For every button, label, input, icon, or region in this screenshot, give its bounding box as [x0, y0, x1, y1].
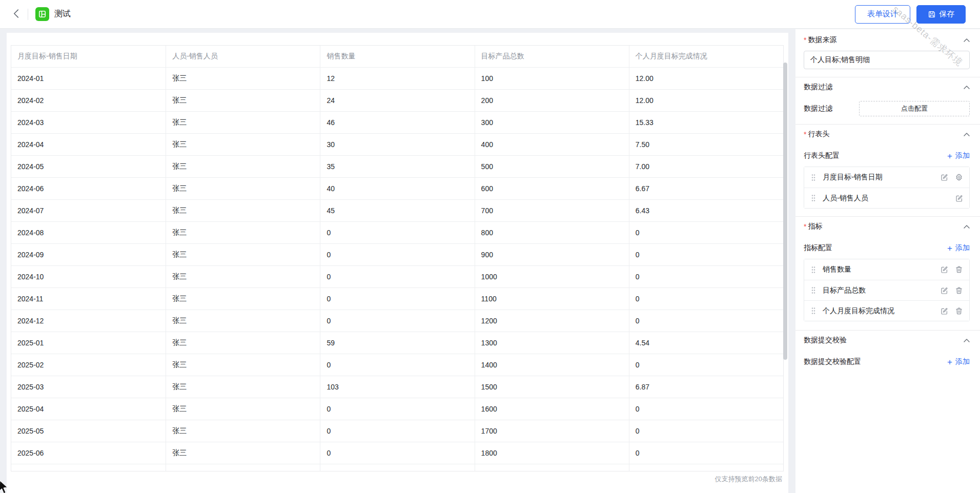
collapse-data-filter[interactable]: [964, 86, 970, 89]
table-cell: 2024-08: [11, 222, 166, 243]
section-title: 数据过滤: [804, 83, 832, 92]
table-cell: 张三: [166, 310, 320, 332]
validation-config-label: 数据提交校验配置: [804, 357, 861, 366]
table-cell: 400: [475, 134, 629, 155]
section-data-filter-header: 数据过滤: [804, 81, 970, 93]
topbar-actions: 表单设计 保存: [855, 5, 980, 24]
drag-handle-icon[interactable]: [811, 174, 815, 181]
form-design-button[interactable]: 表单设计: [855, 5, 910, 24]
metrics-config-row: 指标配置 + 添加: [804, 242, 970, 254]
table-cell: 103: [320, 376, 474, 398]
table-cell: 0: [629, 266, 783, 287]
item-actions: [955, 194, 963, 202]
trash-icon[interactable]: [955, 286, 963, 295]
table-cell: 1300: [475, 332, 629, 354]
table-cell: 2025-06: [11, 442, 166, 464]
table-cell: 张三: [166, 134, 320, 155]
table-cell: 张三: [166, 332, 320, 354]
item-actions: [940, 286, 963, 295]
table-cell: 800: [475, 222, 629, 243]
back-button[interactable]: [7, 6, 25, 23]
panel-divider: [795, 216, 980, 217]
section-title: 行表头: [808, 130, 829, 139]
item-actions: [940, 307, 963, 315]
table-row: 2024-12张三012000: [11, 310, 783, 332]
table-cell: 900: [475, 244, 629, 265]
table-row: 2025-01张三5913004.54: [11, 332, 783, 354]
table-cell: 0: [320, 288, 474, 310]
table-cell: 2024-11: [11, 288, 166, 310]
table-cell: 张三: [166, 288, 320, 310]
table-cell: 1200: [475, 310, 629, 332]
table-cell: 2024-02: [11, 90, 166, 111]
table-cell: 1500: [475, 376, 629, 398]
collapse-validation[interactable]: [964, 339, 970, 342]
panel-divider: [795, 124, 980, 125]
table-cell: 2024-10: [11, 266, 166, 287]
section-validation-header: 数据提交校验: [804, 335, 970, 346]
table-partial-row: [11, 464, 783, 471]
gear-icon[interactable]: [955, 173, 963, 181]
plus-icon: +: [947, 244, 952, 253]
table-row: 2024-10张三010000: [11, 265, 783, 287]
edit-icon[interactable]: [955, 194, 963, 202]
table-cell: 张三: [166, 398, 320, 420]
table-cell: 300: [475, 112, 629, 133]
configure-filter-button[interactable]: 点击配置: [859, 101, 970, 116]
table-cell: 700: [475, 200, 629, 221]
table-cell: 6.87: [629, 376, 783, 398]
panel-divider: [795, 77, 980, 77]
data-source-input[interactable]: 个人目标;销售明细: [804, 51, 970, 69]
table-cell: 6.43: [629, 200, 783, 221]
table-cell: 2024-01: [11, 68, 166, 89]
table-cell: 0: [629, 310, 783, 332]
chevron-left-icon: [13, 9, 19, 19]
table-row: 2025-02张三014000: [11, 354, 783, 376]
drag-handle-icon[interactable]: [811, 286, 815, 294]
table-row: 2024-03张三4630015.33: [11, 111, 783, 133]
config-panel: * 数据来源 个人目标;销售明细 数据过滤 数据过滤 点击配置 * 行表头: [795, 29, 980, 493]
trash-icon[interactable]: [955, 307, 963, 315]
save-button[interactable]: 保存: [916, 5, 966, 24]
section-data-source-header: * 数据来源: [804, 34, 970, 46]
add-validation-button[interactable]: + 添加: [947, 357, 970, 366]
table-cell: 2025-03: [11, 376, 166, 398]
metric-item: 销售数量: [804, 259, 969, 280]
drag-handle-icon[interactable]: [811, 266, 815, 274]
table-cell: 46: [320, 112, 474, 133]
table-cell: 35: [320, 156, 474, 177]
metric-item: 目标产品总数: [804, 280, 969, 300]
collapse-row-header[interactable]: [964, 133, 970, 136]
add-row-header-button[interactable]: + 添加: [947, 151, 970, 160]
table-row: 2024-09张三09000: [11, 243, 783, 265]
collapse-metrics[interactable]: [964, 225, 970, 229]
table-cell: 6.67: [629, 178, 783, 199]
table-cell: 0: [629, 354, 783, 376]
add-metric-button[interactable]: + 添加: [947, 243, 970, 253]
table-cell: 0: [629, 398, 783, 420]
table-cell: 0: [629, 244, 783, 265]
edit-icon[interactable]: [940, 173, 948, 181]
table-cell: 2025-02: [11, 354, 166, 376]
table-cell: 1000: [475, 266, 629, 287]
edit-icon[interactable]: [940, 265, 948, 274]
row-header-item: 月度目标-销售日期: [804, 167, 969, 188]
edit-icon[interactable]: [940, 307, 948, 315]
table-cell: 500: [475, 156, 629, 177]
metrics-config-label: 指标配置: [804, 243, 832, 253]
table-cell: 2024-06: [11, 178, 166, 199]
top-bar: 测试 表单设计 保存: [0, 0, 980, 29]
table-cell: 2025-05: [11, 420, 166, 442]
table-cell: 1800: [475, 442, 629, 464]
drag-handle-icon[interactable]: [811, 307, 815, 315]
table-cell: 0: [320, 354, 474, 376]
collapse-data-source[interactable]: [964, 38, 970, 42]
metrics-list: 销售数量目标产品总数个人月度目标完成情况: [804, 259, 970, 321]
edit-icon[interactable]: [940, 286, 948, 295]
vertical-scrollbar-thumb[interactable]: [783, 63, 787, 360]
table-cell: 100: [475, 68, 629, 89]
table-cell: 张三: [166, 376, 320, 398]
table-row: 2025-04张三016000: [11, 398, 783, 420]
drag-handle-icon[interactable]: [811, 194, 815, 202]
trash-icon[interactable]: [955, 265, 963, 274]
